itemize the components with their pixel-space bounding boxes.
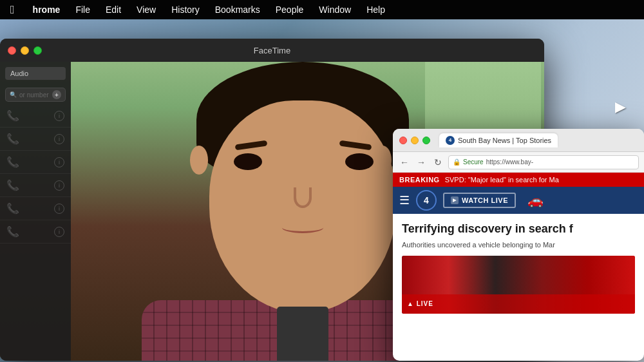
watch-live-label: WATCH LIVE	[462, 196, 508, 204]
browser-maximize-button[interactable]	[422, 137, 430, 144]
channel-logo: 4	[416, 190, 437, 211]
bookmarks-menu-item[interactable]: Bookmarks	[207, 0, 268, 19]
watch-live-button[interactable]: ▶ WATCH LIVE	[443, 193, 516, 208]
contact-item[interactable]: 📞 i	[0, 151, 71, 174]
news-headline: Terrifying discovery in search f	[402, 222, 635, 236]
contact-item[interactable]: 📞 i	[0, 128, 71, 151]
menubar:  hrome File Edit View History Bookmarks…	[0, 0, 644, 19]
browser-addressbar: ← → ↻ 🔒 Secure https://www.bay-	[393, 152, 644, 173]
reload-button[interactable]: ↻	[431, 156, 444, 169]
info-icon[interactable]: i	[54, 157, 64, 167]
phone-icon: 📞	[6, 133, 19, 145]
news-content-area: Terrifying discovery in search f Authori…	[393, 214, 644, 321]
person-ear-left	[190, 146, 208, 175]
window-controls	[8, 46, 42, 55]
secure-icon: 🔒	[453, 158, 460, 166]
help-menu-item[interactable]: Help	[359, 0, 393, 19]
minimize-button[interactable]	[21, 46, 29, 55]
info-icon[interactable]: i	[54, 180, 64, 191]
file-menu-item[interactable]: File	[68, 0, 98, 19]
person-face	[209, 100, 396, 313]
contact-item[interactable]: 📞 i	[0, 104, 71, 128]
window-menu-item[interactable]: Window	[311, 0, 359, 19]
facetime-sidebar: Audio 🔍 or number + 📞 i 📞 i 📞 i 📞 i 📞 i	[0, 62, 71, 361]
contact-item[interactable]: 📞 i	[0, 220, 71, 243]
info-icon[interactable]: i	[54, 134, 64, 144]
address-bar[interactable]: 🔒 Secure https://www.bay-	[448, 155, 639, 169]
view-menu-item[interactable]: View	[129, 0, 164, 19]
history-menu-item[interactable]: History	[164, 0, 207, 19]
info-icon[interactable]: i	[54, 204, 64, 214]
browser-titlebar: 4 South Bay News | Top Stories	[393, 129, 644, 152]
contact-item[interactable]: 📞 i	[0, 197, 71, 220]
contact-item[interactable]: 📞 i	[0, 174, 71, 197]
phone-icon: 📞	[6, 156, 19, 168]
breaking-label: BREAKING	[399, 176, 440, 184]
maximize-button[interactable]	[33, 46, 42, 55]
tab-favicon: 4	[446, 136, 455, 145]
chrome-menu-item[interactable]: hrome	[25, 0, 68, 19]
breaking-text: SVPD: "Major lead" in search for Ma	[445, 176, 559, 184]
info-icon[interactable]: i	[54, 227, 64, 237]
phone-icon: 📞	[6, 225, 19, 238]
browser-window: 4 South Bay News | Top Stories ← → ↻ 🔒 S…	[393, 129, 644, 361]
tab-title: South Bay News | Top Stories	[458, 137, 551, 144]
search-field[interactable]: 🔍 or number +	[5, 88, 66, 102]
hamburger-menu-icon[interactable]: ☰	[399, 193, 410, 207]
browser-window-controls	[399, 137, 430, 144]
browser-tab[interactable]: 4 South Bay News | Top Stories	[439, 133, 558, 148]
person-inner-shirt	[277, 307, 328, 361]
breaking-news-banner: BREAKING SVPD: "Major lead" in search fo…	[393, 173, 644, 187]
facetime-titlebar: FaceTime	[0, 39, 544, 62]
browser-close-button[interactable]	[399, 137, 407, 144]
play-icon: ▶	[451, 196, 459, 204]
audio-button[interactable]: Audio	[5, 67, 66, 80]
phone-icon: 📞	[6, 110, 19, 122]
phone-icon: 📞	[6, 202, 19, 214]
news-navbar: ☰ 4 ▶ WATCH LIVE 🚗	[393, 187, 644, 214]
search-icon: 🔍	[10, 91, 17, 98]
info-icon[interactable]: i	[54, 111, 64, 121]
phone-icon: 📞	[6, 179, 19, 191]
browser-minimize-button[interactable]	[411, 137, 419, 144]
car-icon: 🚗	[527, 193, 544, 208]
add-contact-icon[interactable]: +	[52, 90, 61, 99]
facetime-window-title: FaceTime	[254, 46, 290, 55]
back-button[interactable]: ←	[398, 156, 411, 169]
news-subtext: Authorities uncovered a vehicle belongin…	[402, 240, 635, 250]
forward-button[interactable]: →	[415, 156, 428, 169]
search-placeholder: or number	[19, 91, 49, 99]
news-image: ▲ LIVE	[402, 256, 635, 314]
apple-menu[interactable]: 	[0, 0, 25, 19]
url-text: https://www.bay-	[486, 158, 533, 166]
edit-menu-item[interactable]: Edit	[98, 0, 129, 19]
close-button[interactable]	[8, 46, 16, 55]
secure-label: Secure	[463, 158, 484, 166]
image-caption-bar: ▲ LIVE	[402, 294, 635, 314]
people-menu-item[interactable]: People	[268, 0, 312, 19]
